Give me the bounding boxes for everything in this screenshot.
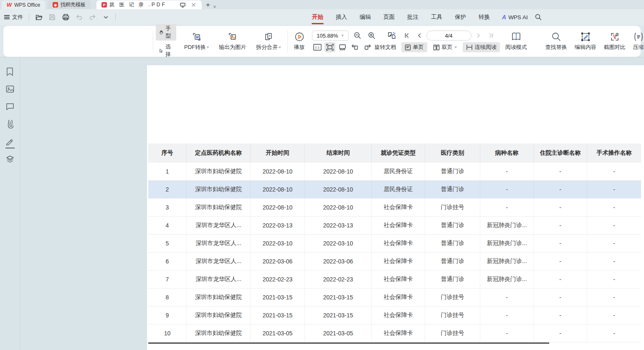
table-cell: 深圳市妇幼保健院 bbox=[187, 307, 251, 324]
edit-content-button[interactable]: 编辑内容 bbox=[571, 30, 600, 53]
actual-size-button[interactable]: 1:1 bbox=[312, 42, 323, 52]
table-cell: 社会保障卡 bbox=[372, 289, 425, 306]
table-cell: 深圳市妇幼保健院 bbox=[187, 289, 251, 306]
wps-logo-icon: W bbox=[7, 2, 12, 8]
table-bottom-scrollbar bbox=[148, 342, 549, 344]
table-cell: - bbox=[587, 181, 641, 198]
select-tool-button[interactable]: 选择 bbox=[156, 42, 176, 59]
cursor-icon bbox=[159, 48, 163, 54]
table-cell: 2021-03-05 bbox=[305, 324, 372, 342]
table-cell: - bbox=[534, 199, 587, 216]
menu-tab-page[interactable]: 页面 bbox=[377, 9, 401, 25]
redo-icon[interactable] bbox=[89, 13, 96, 21]
table-cell: 4 bbox=[148, 217, 187, 234]
export-as-image-button[interactable]: 输出为图片 bbox=[215, 30, 250, 53]
signature-panel-icon[interactable] bbox=[5, 137, 15, 147]
menu-tab-edit[interactable]: 编辑 bbox=[353, 9, 377, 25]
table-cell: 9 bbox=[148, 307, 187, 324]
compress-button[interactable]: 压缩 bbox=[629, 30, 644, 53]
read-mode-button[interactable]: 阅读模式 bbox=[502, 30, 531, 53]
wps-ai-button[interactable]: A WPS AI bbox=[502, 14, 528, 20]
swap-pages-icon[interactable] bbox=[386, 31, 397, 41]
file-menu-button[interactable]: 文件 bbox=[4, 13, 23, 21]
divider bbox=[115, 13, 116, 21]
hand-tool-button[interactable]: 手型 bbox=[156, 24, 176, 41]
menu-tab-convert[interactable]: 转换 bbox=[472, 9, 496, 25]
tab-document-active[interactable]: P 就 医 记 录 .PDF bbox=[96, 0, 202, 9]
zoom-out-button[interactable] bbox=[352, 31, 363, 41]
continuous-reading-button[interactable]: 连续阅读 bbox=[463, 42, 500, 52]
bookmarks-panel-icon[interactable] bbox=[5, 66, 15, 77]
previous-page-button[interactable] bbox=[414, 31, 425, 41]
rotate-document-button[interactable]: 旋转文档 bbox=[375, 43, 396, 51]
menu-tab-tools[interactable]: 工具 bbox=[425, 9, 449, 25]
comments-panel-icon[interactable] bbox=[5, 102, 15, 112]
tab-wps-office[interactable]: W WPS Office bbox=[2, 0, 45, 9]
fit-page-button[interactable] bbox=[337, 42, 348, 52]
menu-tab-home[interactable]: 开始 bbox=[306, 9, 330, 25]
first-page-button[interactable] bbox=[401, 31, 412, 41]
last-page-button[interactable] bbox=[486, 31, 497, 41]
table-cell: - bbox=[534, 324, 587, 342]
table-cell: - bbox=[587, 289, 641, 306]
table-cell: 深圳市妇幼保健院 bbox=[187, 163, 251, 180]
table-cell: - bbox=[480, 199, 534, 216]
table-cell: 2021-03-15 bbox=[251, 289, 305, 306]
table-cell: - bbox=[587, 235, 641, 252]
table-row: 4深圳市龙华区人...2022-03-132022-03-13社会保障卡普通门诊… bbox=[148, 217, 641, 235]
table-cell: 社会保障卡 bbox=[372, 217, 425, 234]
tab-list-chevron-icon[interactable]: ˅ bbox=[213, 5, 216, 9]
open-file-icon[interactable] bbox=[35, 13, 43, 21]
rotate-right-icon[interactable] bbox=[362, 42, 373, 52]
table-cell: 2022-08-10 bbox=[305, 163, 372, 180]
screenshot-compare-button[interactable]: 截图对比 bbox=[600, 30, 629, 53]
medical-records-table: 序号 定点医药机构名称 开始时间 结束时间 就诊凭证类型 医疗类别 病种名称 住… bbox=[148, 143, 641, 342]
attachments-panel-icon[interactable] bbox=[5, 119, 15, 129]
table-cell: 6 bbox=[148, 253, 187, 270]
table-cell: 社会保障卡 bbox=[372, 253, 425, 270]
table-cell: - bbox=[534, 163, 587, 180]
present-to-screen-icon[interactable] bbox=[179, 2, 186, 8]
menu-tab-insert[interactable]: 插入 bbox=[330, 9, 353, 25]
menu-tab-protect[interactable]: 保护 bbox=[449, 9, 472, 25]
double-page-button[interactable]: 双页 ˅ bbox=[430, 42, 460, 52]
next-page-button[interactable] bbox=[473, 31, 484, 41]
fit-width-button[interactable] bbox=[325, 42, 335, 52]
table-cell: 10 bbox=[148, 324, 187, 342]
table-cell: 2022-03-10 bbox=[305, 235, 372, 252]
page-number-input[interactable]: 4/4 bbox=[426, 31, 472, 41]
close-tab-icon[interactable] bbox=[190, 2, 197, 8]
rotate-left-icon[interactable] bbox=[350, 42, 360, 52]
layers-panel-icon[interactable] bbox=[5, 154, 15, 164]
pdf-convert-button[interactable]: PDF转换˅ bbox=[180, 30, 213, 53]
table-row: 2深圳市妇幼保健院2022-08-102022-08-10居民身份证普通门诊--… bbox=[148, 181, 641, 199]
table-cell: - bbox=[587, 199, 641, 216]
new-tab-button[interactable]: + bbox=[206, 1, 210, 9]
tab-docer-templates[interactable]: ◉ 找稻壳模板 bbox=[48, 0, 91, 9]
play-button[interactable]: 播放 bbox=[290, 30, 309, 53]
split-merge-button[interactable]: 拆分合并˅ bbox=[252, 30, 284, 53]
zoom-in-button[interactable] bbox=[366, 31, 377, 41]
table-cell: 2022-08-10 bbox=[305, 199, 372, 216]
quick-access-chevron-icon[interactable] bbox=[102, 13, 109, 21]
undo-icon[interactable] bbox=[75, 13, 83, 21]
print-icon[interactable] bbox=[62, 13, 69, 21]
table-body: 1深圳市妇幼保健院2022-08-102022-08-10居民身份证普通门诊--… bbox=[148, 163, 641, 342]
table-cell: 深圳市龙华区人... bbox=[187, 217, 251, 234]
menu-tab-comment[interactable]: 批注 bbox=[401, 9, 425, 25]
zoom-level-select[interactable]: 105.88% ˅ bbox=[312, 31, 349, 41]
thumbnails-panel-icon[interactable] bbox=[5, 84, 15, 94]
single-page-button[interactable]: 单页 bbox=[401, 42, 427, 52]
search-icon[interactable] bbox=[535, 13, 542, 21]
column-header: 就诊凭证类型 bbox=[372, 143, 425, 163]
table-header-row: 序号 定点医药机构名称 开始时间 结束时间 就诊凭证类型 医疗类别 病种名称 住… bbox=[148, 143, 641, 163]
table-cell: - bbox=[587, 324, 641, 342]
document-title: 就 医 记 录 .PDF bbox=[109, 1, 167, 8]
table-cell: 2022-02-23 bbox=[305, 271, 372, 288]
table-cell: 门诊挂号 bbox=[425, 289, 480, 306]
save-icon[interactable] bbox=[48, 13, 56, 21]
table-cell: 门诊挂号 bbox=[425, 199, 480, 216]
find-replace-button[interactable]: 查找替换 bbox=[542, 30, 571, 53]
chevron-down-icon: ˅ bbox=[342, 33, 344, 38]
divider bbox=[153, 30, 153, 53]
